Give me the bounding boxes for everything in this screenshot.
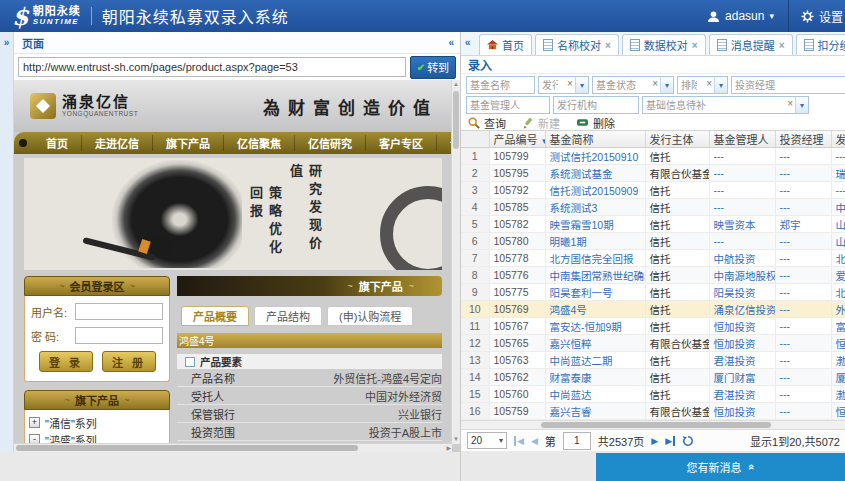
table-row[interactable]: 13 105763 中尚蓝达二期 信托 君湛投资 --- 渤海 — [461, 352, 845, 369]
tree-toggle-icon[interactable]: + — [29, 417, 40, 428]
workspace-tab[interactable]: 扣分绩效统计 × — [796, 34, 845, 55]
fund-name-link[interactable]: 测试信托20150910 — [550, 151, 639, 163]
site-nav-item[interactable]: 亿信研究 — [295, 135, 366, 151]
issuer-link[interactable]: 瑞银 — [836, 168, 845, 180]
issuer-link[interactable]: 渤海 — [836, 355, 845, 367]
tab-close-icon[interactable]: × — [605, 40, 611, 51]
issuer-link[interactable]: 外贸 — [836, 304, 845, 316]
go-button[interactable]: ✔ 转到 — [410, 56, 456, 79]
settings-button[interactable]: 设置 — [789, 8, 845, 25]
column-header-product-id[interactable]: 产品编号▼ — [489, 131, 545, 148]
issuer-link[interactable]: 爱建 — [836, 270, 845, 282]
issuer-link[interactable]: 北方 — [836, 287, 845, 299]
tab-close-icon[interactable]: × — [692, 40, 698, 51]
manager-link[interactable]: --- — [714, 150, 725, 162]
fund-name-link[interactable]: 嘉兴恒粹 — [550, 338, 592, 350]
manager-link[interactable]: 映雪资本 — [714, 219, 756, 231]
manager-link[interactable]: --- — [714, 184, 725, 196]
manager-link[interactable]: 中航投资 — [714, 253, 756, 265]
issuer-link[interactable]: 中信 — [836, 202, 845, 214]
clear-icon[interactable]: × — [787, 99, 793, 109]
issuer-link[interactable]: 山东 — [836, 236, 845, 248]
fund-name-link[interactable]: 信托测试20150909 — [550, 185, 639, 197]
issuer-link[interactable]: --- — [836, 150, 845, 162]
manager-link[interactable]: 涌泉亿信投资 — [714, 304, 776, 316]
fund-name-link[interactable]: 系统测试基金 — [550, 168, 613, 180]
create-button[interactable]: 新建 — [522, 115, 560, 131]
table-row[interactable]: 5 105782 映雪霜雪10期 信托 映雪资本 郑宇 山东 — [461, 216, 845, 233]
site-tab[interactable]: (申)认购流程 — [327, 306, 413, 326]
table-row[interactable]: 10 105769 鸿盛4号 信托 涌泉亿信投资 --- 外贸 — [461, 301, 845, 318]
table-row[interactable]: 15 105760 中尚蓝达 信托 君湛投资 --- 渤海 — [461, 386, 845, 403]
expand-left-icon[interactable]: » — [0, 37, 13, 48]
product-section-row[interactable]: 产品要素 — [177, 354, 442, 369]
page-size-select[interactable]: 20 ▾ — [467, 432, 507, 449]
prev-page-button[interactable]: ◀ — [531, 436, 538, 446]
fund-name-link[interactable]: 富安达-恒加9期 — [550, 321, 622, 333]
manager-link[interactable]: 厦门财富 — [714, 372, 756, 384]
register-button[interactable]: 注 册 — [102, 351, 156, 372]
table-row[interactable]: 12 105765 嘉兴恒粹 有限合伙基金 恒加投资 --- 恒加 — [461, 335, 845, 352]
site-nav-item[interactable]: 首页 — [33, 135, 82, 151]
site-nav-item[interactable]: 客户专区 — [366, 135, 437, 151]
fund-name-link[interactable]: 鸿盛4号 — [550, 304, 587, 316]
fund-name-link[interactable]: 财富泰康 — [550, 372, 592, 384]
fund-name-link[interactable]: 中尚蓝达 — [550, 389, 592, 401]
pm-link[interactable]: --- — [780, 150, 791, 162]
clear-icon[interactable]: × — [706, 79, 712, 89]
fund-name-link[interactable]: 阳昊套利一号 — [550, 287, 613, 299]
table-row[interactable]: 1 105799 测试信托20150910 信托 --- --- --- — [461, 148, 845, 165]
pm-link[interactable]: --- — [780, 235, 791, 247]
pm-link[interactable]: --- — [780, 371, 791, 383]
last-page-button[interactable]: ▶ — [665, 436, 675, 446]
manager-link[interactable]: 恒加投资 — [714, 321, 756, 333]
iframe-vertical-scrollbar[interactable]: ▲ ▼ — [451, 80, 460, 444]
collapse-right-panel-icon[interactable]: « — [465, 37, 471, 48]
next-page-button[interactable]: ▶ — [651, 436, 658, 446]
fund-name-link[interactable]: 映雪霜雪10期 — [550, 219, 614, 231]
column-header-entity[interactable]: 发行主体 — [645, 131, 709, 148]
new-message-bar[interactable]: 您有新消息 « — [596, 453, 845, 481]
site-tab[interactable]: 产品结构 — [254, 306, 322, 326]
scrollbar-thumb[interactable] — [541, 422, 771, 428]
user-menu[interactable]: adasun ▾ — [693, 9, 788, 23]
scrollbar-thumb[interactable] — [453, 91, 459, 149]
left-collapse-strip[interactable]: » — [0, 32, 14, 452]
page-number-input[interactable] — [563, 432, 591, 450]
issuer-link[interactable]: 渤海 — [836, 389, 845, 401]
table-row[interactable]: 4 105785 系统测试3 信托 --- --- 中信 — [461, 199, 845, 216]
fund-name-link[interactable]: 中南集团常熟世纪确城 — [550, 270, 646, 282]
reload-icon[interactable] — [682, 435, 694, 447]
site-nav-item[interactable]: 亿信聚焦 — [224, 135, 295, 151]
issuer-link[interactable]: 山东 — [836, 219, 845, 231]
pm-link[interactable]: --- — [780, 354, 791, 366]
clear-icon[interactable]: × — [567, 79, 573, 89]
dropdown-icon[interactable]: ▾ — [795, 96, 809, 114]
table-row[interactable]: 16 105759 嘉兴吉睿 有限合伙基金 恒加投资 --- 恒加 — [461, 403, 845, 420]
site-nav-item[interactable]: 旗下产品 — [153, 135, 224, 151]
manager-link[interactable]: 中南源地股权投资 — [714, 270, 776, 282]
fund-name-link[interactable]: 北方国信完全回报 — [550, 253, 634, 265]
fund-name-link[interactable]: 明曦1期 — [550, 236, 587, 248]
site-nav-item[interactable]: 专业服务 — [437, 135, 452, 151]
issuer-link[interactable]: 北方 — [836, 253, 845, 265]
pm-link[interactable]: --- — [780, 184, 791, 196]
iframe-horizontal-scrollbar[interactable]: ▶ — [14, 443, 452, 452]
password-field[interactable] — [75, 327, 163, 344]
workspace-tab[interactable]: 名称校对 × — [535, 34, 619, 55]
pm-link[interactable]: --- — [780, 201, 791, 213]
pm-link[interactable]: --- — [780, 303, 791, 315]
issuer-link[interactable]: 恒加 — [836, 338, 845, 350]
workspace-tab[interactable]: 数据校对 × — [622, 34, 706, 55]
table-row[interactable]: 7 105778 北方国信完全回报 信托 中航投资 --- 北方 — [461, 250, 845, 267]
issuer-link[interactable]: 富安达 — [836, 321, 845, 333]
scrollbar-thumb[interactable] — [16, 445, 358, 451]
tab-close-icon[interactable]: × — [779, 40, 785, 51]
manager-link[interactable]: 恒加投资 — [714, 338, 756, 350]
manager-link[interactable]: 君湛投资 — [714, 355, 756, 367]
filter-input[interactable] — [731, 76, 845, 94]
table-row[interactable]: 14 105762 财富泰康 信托 厦门财富 --- 厦门 — [461, 369, 845, 386]
issuer-link[interactable]: 恒加 — [836, 406, 845, 418]
column-header-fund-name[interactable]: 基金简称 — [545, 131, 645, 148]
column-header-issuer[interactable]: 发行机构 — [831, 131, 845, 148]
